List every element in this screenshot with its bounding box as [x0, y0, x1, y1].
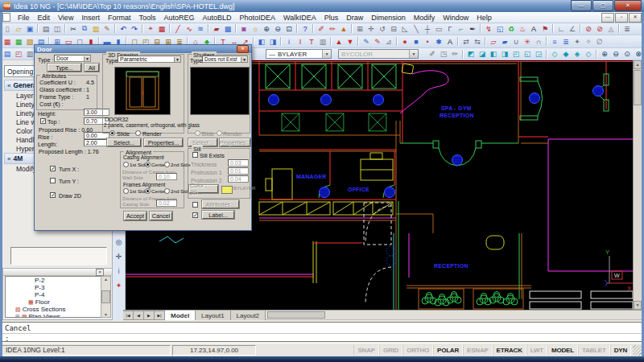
casing-center-radio[interactable] [145, 162, 151, 167]
snap-grid-icon[interactable]: ⊞ [355, 23, 365, 34]
view-sw-iso-icon[interactable]: ◲ [534, 49, 544, 60]
view-top-icon[interactable]: ◩ [466, 49, 477, 60]
label-checkbox[interactable]: ✓ [192, 212, 198, 218]
zoom-out-icon[interactable]: ⊖ [273, 23, 283, 34]
angle-icon[interactable]: ∠ [568, 23, 578, 34]
rail-icon[interactable]: ≣ [622, 23, 633, 34]
corner-right-icon[interactable]: ⌐ [456, 23, 467, 34]
point-icon[interactable]: • [423, 36, 433, 47]
plot-icon[interactable]: ▤ [2, 49, 13, 60]
scroll-thumb[interactable] [267, 311, 325, 319]
circle-small-icon[interactable]: ● [400, 36, 411, 47]
door-type-combo[interactable]: Door ▼ [54, 55, 91, 62]
join-icon[interactable]: ∪ [511, 36, 522, 47]
minimize-button[interactable]: — [571, 0, 592, 11]
scroll-thumb[interactable] [101, 290, 110, 303]
sheet-icon[interactable]: ◱ [495, 23, 506, 34]
move-icon[interactable]: ✛ [366, 23, 377, 34]
iso-se-icon[interactable]: ◈ [572, 49, 583, 60]
sketch-red2-icon[interactable]: ✏ [328, 23, 338, 34]
all-button[interactable]: All [85, 64, 99, 72]
turn-x-checkbox[interactable]: ✓ [50, 166, 56, 171]
menu-window[interactable]: Window [439, 14, 473, 22]
line-icon[interactable]: ╱ [173, 23, 184, 34]
array-icon[interactable]: ⊟ [389, 23, 399, 34]
close-button[interactable]: ✕ [614, 0, 642, 11]
command-box[interactable]: Cancel : [2, 322, 642, 342]
region-icon[interactable]: ▰ [500, 36, 510, 47]
frames-2nd-side-radio[interactable] [164, 188, 170, 194]
text-icon[interactable]: A [529, 23, 539, 34]
pan-tool-icon[interactable]: ✛ [114, 251, 124, 261]
flag-icon[interactable]: ⚑ [540, 23, 551, 34]
boundary-icon[interactable]: ▱ [489, 36, 499, 47]
tab-layout1[interactable]: Layout1 [196, 311, 230, 320]
recycle-icon[interactable]: ♻ [506, 23, 517, 34]
menu-draw[interactable]: Draw [342, 14, 367, 22]
wall-right-icon[interactable]: ◨ [268, 36, 279, 47]
scroll-down-icon[interactable]: ▼ [104, 312, 108, 317]
tab-nav-0[interactable]: |◀ [123, 311, 134, 320]
mdi-restore-button[interactable]: ▫ [615, 13, 628, 23]
zoom-realtime-icon[interactable]: ⊕ [600, 49, 610, 60]
view-front-icon[interactable]: ◰ [511, 49, 522, 60]
layer-states-icon[interactable]: ≣ [561, 36, 572, 47]
menu-modify[interactable]: Modify [410, 14, 440, 22]
triangle-down-icon[interactable]: ▼ [345, 36, 356, 47]
status-toggle-polar[interactable]: POLAR [433, 345, 463, 356]
line-seg-icon[interactable]: ╲ [411, 23, 422, 34]
top-checkbox[interactable]: ✓ [40, 118, 46, 124]
status-toggle-ortho[interactable]: ORTHO [402, 345, 433, 356]
slide-radio[interactable] [109, 130, 115, 136]
drawing3d-type-combo[interactable]: Parametric ▼ [118, 56, 181, 63]
sill-exists-checkbox[interactable] [192, 152, 198, 158]
zoom-window-icon[interactable]: ⊡ [284, 23, 295, 34]
status-toggle-grid[interactable]: GRID [379, 345, 402, 356]
scroll-down-icon[interactable]: ▼ [634, 301, 642, 310]
shutters-type-combo[interactable]: Does not Exist ▼ [202, 56, 248, 63]
plot-preview-icon[interactable]: ◰ [14, 49, 24, 60]
oops-icon[interactable]: ◳ [439, 49, 449, 60]
intersection-icon[interactable]: ∩ [534, 36, 544, 47]
hatch-green-icon[interactable]: ▦ [14, 36, 24, 47]
mdi-close-button[interactable]: ✕ [629, 13, 642, 23]
dialog-close-icon[interactable]: ✕ [237, 45, 249, 53]
menu-file[interactable]: File [14, 14, 34, 22]
print-icon[interactable]: ▤ [41, 23, 52, 34]
turn-y-checkbox[interactable] [50, 178, 56, 183]
open-icon[interactable]: ▱ [14, 23, 24, 34]
type-button[interactable]: Type... [47, 64, 81, 72]
light-icon[interactable]: ☼ [250, 23, 261, 34]
frames-center-radio[interactable] [145, 188, 151, 194]
paste-special-icon[interactable]: ▥ [318, 36, 328, 47]
square-small-icon[interactable]: ■ [411, 36, 422, 47]
unlock-icon[interactable]: ✧ [584, 36, 594, 47]
render-icon[interactable]: ◙ [239, 23, 250, 34]
view-back-icon[interactable]: ◱ [522, 49, 533, 60]
cone-icon[interactable]: ◬ [606, 23, 617, 34]
print-preview-icon[interactable]: ◫ [52, 23, 63, 34]
ink-pen-icon[interactable]: ✒ [468, 23, 478, 34]
tree-close-icon[interactable]: ✕ [96, 269, 104, 276]
status-toggle-snap[interactable]: SNAP [353, 345, 378, 356]
tree-item-p-2[interactable]: P-2 [6, 277, 101, 284]
ortho-corner-icon[interactable]: ∟ [556, 23, 567, 34]
no-entry-1-icon[interactable]: ⊘ [584, 23, 594, 34]
tab-model[interactable]: Model [165, 311, 196, 320]
menu-autobld[interactable]: AutoBLD [198, 14, 235, 22]
mirror-icon[interactable]: ⇆ [473, 36, 483, 47]
draw-order-icon[interactable]: ✐ [427, 49, 438, 60]
scroll-up-icon[interactable]: ▲ [634, 60, 642, 69]
frames-1st-side-radio[interactable] [123, 188, 129, 194]
chevron-down-icon[interactable]: ▼ [322, 50, 331, 58]
status-toggle-tablet[interactable]: TABLET [578, 345, 610, 356]
view-left-icon[interactable]: ◧ [489, 49, 499, 60]
length-field[interactable]: 2.00 [84, 139, 109, 146]
properties-button[interactable]: Properties... [144, 138, 183, 146]
menu-walkidea[interactable]: WalkIDEA [279, 14, 320, 22]
status-toggle-model[interactable]: MODEL [547, 345, 578, 356]
intersect-icon[interactable]: ┼ [423, 23, 433, 34]
polyline-icon[interactable]: ∿ [184, 23, 195, 34]
tab-nav-3[interactable]: ▶| [155, 311, 165, 320]
iso-sw-icon[interactable]: ◇ [584, 49, 594, 60]
